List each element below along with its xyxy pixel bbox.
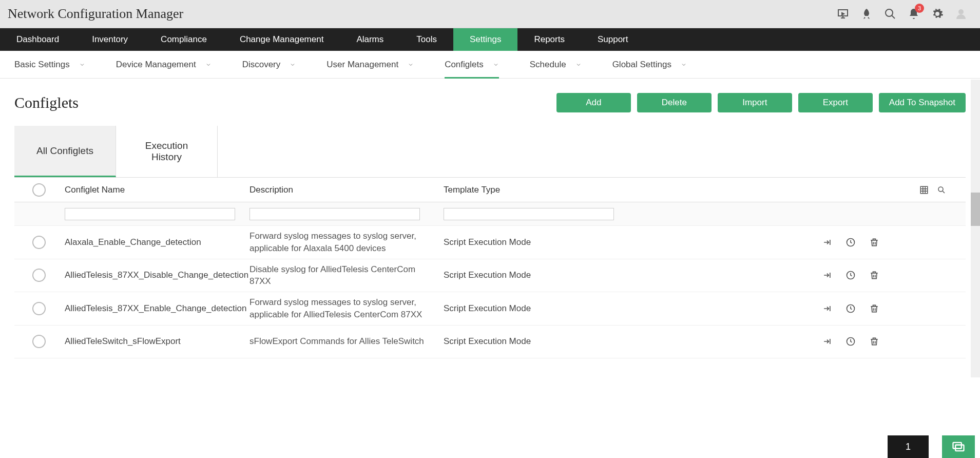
subnav-label: Global Settings bbox=[612, 60, 671, 70]
nav-settings[interactable]: Settings bbox=[453, 28, 517, 51]
subnav-label: Configlets bbox=[445, 60, 484, 70]
tab-all-configlets[interactable]: All Configlets bbox=[14, 126, 116, 177]
cell-type: Script Execution Mode bbox=[444, 303, 639, 314]
subnav-configlets[interactable]: Configlets bbox=[445, 51, 499, 78]
table-header: Configlet Name Description Template Type bbox=[14, 178, 966, 202]
nav-change-management[interactable]: Change Management bbox=[223, 28, 340, 51]
svg-rect-3 bbox=[920, 186, 928, 194]
cell-name: AlliedTeleSwitch_sFlowExport bbox=[54, 336, 249, 347]
nav-compliance[interactable]: Compliance bbox=[144, 28, 223, 51]
page-header: Configlets Add Delete Import Export Add … bbox=[14, 93, 966, 112]
delete-icon[interactable] bbox=[869, 270, 879, 280]
svg-point-2 bbox=[958, 9, 964, 14]
import-button[interactable]: Import bbox=[718, 93, 792, 112]
nav-support[interactable]: Support bbox=[581, 28, 645, 51]
presentation-icon[interactable] bbox=[837, 8, 849, 20]
subnav-basic-settings[interactable]: Basic Settings bbox=[14, 51, 85, 78]
tab-label: Execution History bbox=[145, 140, 188, 163]
cell-name: AlliedTelesis_87XX_Disable_Change_detect… bbox=[54, 270, 249, 280]
top-icons: 3 bbox=[837, 8, 972, 20]
row-checkbox[interactable] bbox=[32, 335, 46, 348]
delete-icon[interactable] bbox=[869, 336, 879, 347]
row-actions bbox=[639, 303, 956, 314]
delete-icon[interactable] bbox=[869, 303, 879, 314]
cell-description: Forward syslog messages to syslog server… bbox=[249, 230, 444, 255]
filter-type-input[interactable] bbox=[444, 208, 614, 220]
row-checkbox[interactable] bbox=[32, 269, 46, 282]
execute-icon[interactable] bbox=[822, 303, 832, 314]
columns-icon[interactable] bbox=[919, 185, 929, 195]
execute-icon[interactable] bbox=[822, 237, 832, 247]
delete-icon[interactable] bbox=[869, 237, 879, 247]
cell-type: Script Execution Mode bbox=[444, 270, 639, 280]
chevron-down-icon bbox=[79, 62, 85, 68]
execute-icon[interactable] bbox=[822, 336, 832, 347]
page-title: Configlets bbox=[14, 94, 79, 111]
page: Configlets Add Delete Import Export Add … bbox=[0, 79, 980, 358]
cell-type: Script Execution Mode bbox=[444, 336, 639, 347]
tab-label: All Configlets bbox=[36, 145, 93, 157]
subnav-device-management[interactable]: Device Management bbox=[116, 51, 212, 78]
subnav-global-settings[interactable]: Global Settings bbox=[612, 51, 687, 78]
subnav-label: Basic Settings bbox=[14, 60, 70, 70]
nav-alarms[interactable]: Alarms bbox=[340, 28, 400, 51]
tabs: All Configlets Execution History bbox=[14, 126, 966, 178]
col-header-type[interactable]: Template Type bbox=[444, 185, 639, 195]
tab-execution-history[interactable]: Execution History bbox=[116, 126, 218, 177]
action-buttons: Add Delete Import Export Add To Snapshot bbox=[556, 93, 966, 112]
execute-icon[interactable] bbox=[822, 270, 832, 280]
subnav-user-management[interactable]: User Management bbox=[326, 51, 414, 78]
gear-icon[interactable] bbox=[931, 8, 944, 20]
subnav-label: Device Management bbox=[116, 60, 196, 70]
cell-description: sFlowExport Commands for Allies TeleSwit… bbox=[249, 335, 444, 348]
rocket-icon[interactable] bbox=[860, 8, 873, 20]
chevron-down-icon bbox=[205, 62, 212, 68]
cell-name: AlliedTelesis_87XX_Enable_Change_detecti… bbox=[54, 303, 249, 314]
subnav-discovery[interactable]: Discovery bbox=[242, 51, 296, 78]
subnav-label: User Management bbox=[326, 60, 398, 70]
user-icon[interactable] bbox=[955, 8, 967, 20]
search-icon[interactable] bbox=[884, 8, 896, 20]
search-table-icon[interactable] bbox=[937, 185, 946, 195]
configlets-panel: All Configlets Execution History Configl… bbox=[14, 126, 966, 358]
cell-description: Disable syslog for AlliedTelesis CenterC… bbox=[249, 263, 444, 288]
history-icon[interactable] bbox=[846, 270, 856, 280]
history-icon[interactable] bbox=[846, 336, 856, 347]
nav-reports[interactable]: Reports bbox=[517, 28, 581, 51]
top-bar: Network Configuration Manager 3 bbox=[0, 0, 980, 28]
nav-inventory[interactable]: Inventory bbox=[75, 28, 144, 51]
col-header-name[interactable]: Configlet Name bbox=[54, 185, 249, 195]
table-row: AlliedTelesis_87XX_Disable_Change_detect… bbox=[14, 259, 966, 293]
select-all-checkbox[interactable] bbox=[32, 183, 46, 197]
table-row: Alaxala_Enable_Change_detectionForward s… bbox=[14, 226, 966, 259]
subnav-schedule[interactable]: Schedule bbox=[530, 51, 582, 78]
table-row: AlliedTeleSwitch_sFlowExportsFlowExport … bbox=[14, 326, 966, 358]
filter-description-input[interactable] bbox=[249, 208, 420, 220]
svg-point-4 bbox=[938, 187, 943, 192]
chevron-down-icon bbox=[290, 62, 296, 68]
add-button[interactable]: Add bbox=[556, 93, 631, 112]
scrollbar[interactable] bbox=[971, 80, 980, 358]
sub-nav: Basic SettingsDevice ManagementDiscovery… bbox=[0, 51, 980, 79]
table-row: AlliedTelesis_87XX_Enable_Change_detecti… bbox=[14, 292, 966, 326]
row-checkbox[interactable] bbox=[32, 302, 46, 315]
row-actions bbox=[639, 336, 956, 347]
cell-name: Alaxala_Enable_Change_detection bbox=[54, 237, 249, 247]
nav-tools[interactable]: Tools bbox=[400, 28, 453, 51]
chevron-down-icon bbox=[575, 62, 582, 68]
col-header-description[interactable]: Description bbox=[249, 185, 444, 195]
history-icon[interactable] bbox=[846, 237, 856, 247]
history-icon[interactable] bbox=[846, 303, 856, 314]
app-title: Network Configuration Manager bbox=[8, 6, 183, 22]
delete-button[interactable]: Delete bbox=[637, 93, 712, 112]
scrollbar-thumb[interactable] bbox=[971, 193, 980, 226]
filter-name-input[interactable] bbox=[65, 208, 235, 220]
row-actions bbox=[639, 270, 956, 280]
add-to-snapshot-button[interactable]: Add To Snapshot bbox=[879, 93, 966, 112]
svg-point-1 bbox=[886, 9, 893, 16]
row-checkbox[interactable] bbox=[32, 236, 46, 249]
bell-icon[interactable]: 3 bbox=[908, 8, 920, 20]
export-button[interactable]: Export bbox=[798, 93, 873, 112]
nav-dashboard[interactable]: Dashboard bbox=[0, 28, 75, 51]
subnav-label: Discovery bbox=[242, 60, 281, 70]
